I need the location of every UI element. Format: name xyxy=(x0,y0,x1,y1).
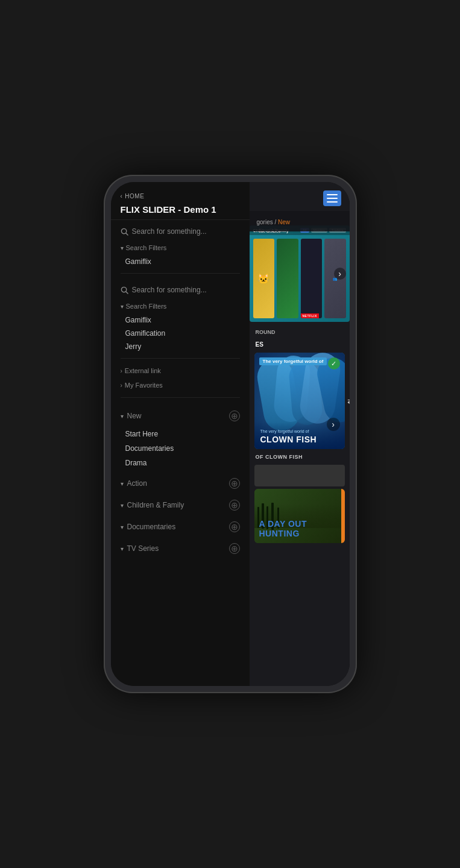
phone-frame: ‹ HOME FLIX SLIDER - Demo 1 Search for s… xyxy=(104,175,357,693)
of-clown-fish-label: OF CLOWN FISH xyxy=(250,451,350,462)
slider-next-button[interactable]: › xyxy=(334,268,346,280)
slider-card: Children & Family All Movies Trailers 🐱 xyxy=(250,225,350,322)
add-icon-new[interactable]: ⊕ xyxy=(229,410,240,421)
nav-item-tv-series[interactable]: ▾ TV Series ⊕ xyxy=(111,538,250,559)
nav-label-children-family: Children & Family xyxy=(127,501,184,509)
search-section-2: Search for something... xyxy=(111,278,250,299)
divider-3 xyxy=(121,397,240,398)
chevron-down-icon-action: ▾ xyxy=(121,480,124,487)
search-section-1: Search for something... xyxy=(111,220,250,241)
external-link-label: External link xyxy=(125,367,161,374)
chevron-down-icon-new: ▾ xyxy=(121,413,124,420)
top-bar xyxy=(315,182,350,215)
chevron-down-icon-2: ▾ xyxy=(121,303,124,310)
search-icon-1 xyxy=(121,228,128,236)
thumb-tom-jerry[interactable]: 🐱 xyxy=(253,239,275,318)
hunting-card[interactable]: A DAY OUT HUNTING xyxy=(254,489,345,543)
nav-label-new: New xyxy=(127,412,142,420)
filters-row-1[interactable]: ▾ Search Filters xyxy=(111,241,250,255)
chevron-down-icon-docs: ▾ xyxy=(121,524,124,530)
chevron-down-icon-tv: ▾ xyxy=(121,546,124,552)
gray-placeholder-card xyxy=(254,465,345,486)
external-link-row[interactable]: › External link xyxy=(111,363,250,378)
breadcrumb-active: New xyxy=(278,219,290,225)
nav-sub-items-new: Start Here Documentaries Drama xyxy=(111,427,250,473)
nav-item-new[interactable]: ▾ New ⊕ xyxy=(111,405,250,427)
sidebar-header: ‹ HOME FLIX SLIDER - Demo 1 xyxy=(111,182,250,220)
my-favorites-label: My Favorites xyxy=(125,382,163,389)
search-icon-2 xyxy=(121,286,128,294)
ham-line-2 xyxy=(327,198,338,199)
phone-screen: ‹ HOME FLIX SLIDER - Demo 1 Search for s… xyxy=(111,182,350,686)
chevron-down-icon-1: ▾ xyxy=(121,245,124,251)
thumb-netflix[interactable]: NETFLIX xyxy=(301,239,323,318)
check-badge: ✓ xyxy=(328,357,340,370)
add-icon-docs[interactable]: ⊕ xyxy=(229,521,240,532)
clown-fish-card[interactable]: The very forgetful world of ✓ The very f… xyxy=(254,353,345,449)
ham-line-3 xyxy=(327,201,338,203)
sidebar: ‹ HOME FLIX SLIDER - Demo 1 Search for s… xyxy=(111,182,250,686)
filter-item-jerry[interactable]: Jerry xyxy=(111,340,250,353)
swap-icon[interactable]: ⇄ xyxy=(347,396,350,406)
filter-item-gamiflix-2[interactable]: Gamiflix xyxy=(111,313,250,327)
hunting-title: A DAY OUT HUNTING xyxy=(259,520,340,538)
chevron-right-icon-1: › xyxy=(121,368,122,374)
add-icon-children[interactable]: ⊕ xyxy=(229,500,240,511)
slider-thumbnails: 🐱 NETFLIX 👥 xyxy=(250,235,350,322)
playground-label-area: ROUND xyxy=(256,326,344,336)
swap-arrows-icon: ⇄ xyxy=(347,396,350,406)
search-placeholder-2: Search for something... xyxy=(132,286,207,294)
breadcrumb-prefix: gories / xyxy=(257,219,279,225)
fish-next-button[interactable]: › xyxy=(327,418,340,431)
nav-sub-item-start-here[interactable]: Start Here xyxy=(111,427,250,441)
svg-line-1 xyxy=(125,233,127,234)
clown-fish-tag: The very forgetful world of xyxy=(259,357,327,365)
nav-sub-item-documentaries[interactable]: Documentaries xyxy=(111,441,250,456)
back-chevron-icon: ‹ xyxy=(121,193,123,200)
sidebar-title: FLIX SLIDER - Demo 1 xyxy=(121,204,240,215)
hunting-overlay: A DAY OUT HUNTING xyxy=(254,489,345,543)
nav-section: ▾ New ⊕ Start Here Documentaries Drama xyxy=(111,403,250,562)
my-favorites-row[interactable]: › My Favorites xyxy=(111,378,250,392)
search-placeholder-1: Search for something... xyxy=(132,227,207,236)
hunting-accent-bar xyxy=(341,489,345,543)
featured-slider: Children & Family All Movies Trailers 🐱 xyxy=(250,225,350,322)
playground-text: ROUND xyxy=(256,329,276,335)
nav-label-documentaries: Documentaries xyxy=(127,523,176,531)
nav-label-tv-series: TV Series xyxy=(127,544,159,553)
filters-row-2[interactable]: ▾ Search Filters xyxy=(111,299,250,313)
fish-subtitle: The very forgetful world of xyxy=(260,429,339,433)
hamburger-button[interactable] xyxy=(323,190,341,206)
filter-item-gamification[interactable]: Gamification xyxy=(111,327,250,340)
nav-item-children-family[interactable]: ▾ Children & Family ⊕ xyxy=(111,494,250,516)
netflix-badge: NETFLIX xyxy=(301,313,319,318)
clown-fish-section: The very forgetful world of ✓ The very f… xyxy=(250,353,350,449)
tom-jerry-icon: 🐱 xyxy=(257,273,269,285)
ham-line-1 xyxy=(327,194,338,195)
divider-2 xyxy=(121,358,240,359)
nav-item-action[interactable]: ▾ Action ⊕ xyxy=(111,473,250,494)
filter-label-1: Search Filters xyxy=(126,244,167,251)
svg-line-3 xyxy=(125,291,127,293)
nav-sub-item-drama[interactable]: Drama xyxy=(111,456,250,470)
add-icon-action[interactable]: ⊕ xyxy=(229,478,240,489)
search-box-2[interactable]: Search for something... xyxy=(121,286,240,294)
main-content: gories / New Children & Family All Movie… xyxy=(250,182,350,686)
thumb-2[interactable] xyxy=(277,239,298,318)
filter-label-2: Search Filters xyxy=(126,303,167,310)
back-link[interactable]: ‹ HOME xyxy=(121,193,240,200)
chevron-right-icon-2: › xyxy=(121,382,122,389)
nav-label-action: Action xyxy=(127,479,147,488)
fish-main-title: CLOWN FISH xyxy=(260,435,339,444)
content-sections: es The xyxy=(250,338,350,686)
filter-item-gamiflix-1[interactable]: Gamiflix xyxy=(111,255,250,268)
nav-item-documentaries[interactable]: ▾ Documentaries ⊕ xyxy=(111,516,250,538)
chevron-down-icon-children: ▾ xyxy=(121,502,124,509)
divider-1 xyxy=(121,273,240,274)
back-label: HOME xyxy=(125,193,144,200)
add-icon-tv[interactable]: ⊕ xyxy=(229,543,240,554)
search-box-1[interactable]: Search for something... xyxy=(121,227,240,236)
section-title: es xyxy=(250,338,350,350)
